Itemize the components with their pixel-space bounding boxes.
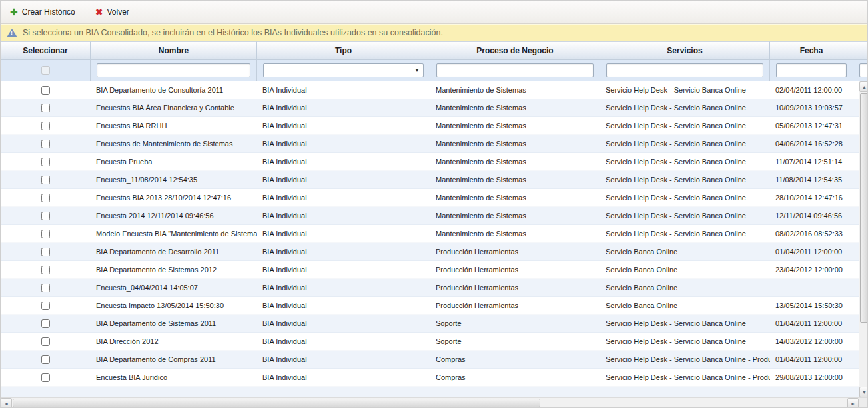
cell-proceso: Mantenimiento de Sistemas	[430, 158, 600, 166]
table-row[interactable]: Encuestas BIA Área Financiera y Contable…	[1, 99, 859, 117]
vertical-scroll-thumb[interactable]	[860, 93, 868, 323]
cell-nombre: BIA Departamento de Sistemas 2012	[91, 266, 257, 274]
table-row[interactable]: BIA Departamento de Consultoría 2011 BIA…	[1, 81, 859, 99]
cell-tipo: BIA Individual	[257, 266, 430, 274]
cell-servicios: Servicio Help Desk - Servicio Banca Onli…	[600, 337, 770, 345]
table-filter-row: ▼	[1, 60, 868, 81]
filter-input-proceso[interactable]	[436, 63, 594, 77]
row-select-cell	[1, 302, 91, 310]
cell-servicios: Servicio Help Desk - Servicio Banca Onli…	[600, 212, 770, 220]
column-header-servicios[interactable]: Servicios	[600, 41, 770, 60]
table-row[interactable]: BIA Departamento de Compras 2011 BIA Ind…	[1, 351, 859, 369]
filter-input-extra[interactable]	[859, 63, 868, 77]
cell-tipo: BIA Individual	[257, 284, 430, 292]
scroll-right-icon[interactable]: ►	[847, 398, 859, 408]
table-row[interactable]: Encuestas de Mantenimiento de Sistemas B…	[1, 135, 859, 153]
cell-fecha: 02/04/2011 12:00:00	[770, 86, 853, 94]
cell-fecha: 01/04/2011 12:00:00	[770, 248, 853, 256]
cell-servicios: Servicio Help Desk - Servicio Banca Onli…	[600, 86, 770, 94]
table-row[interactable]: BIA Dirección 2012 BIA Individual Soport…	[1, 333, 859, 351]
table-row[interactable]: Encuesta_11/08/2014 12:54:35 BIA Individ…	[1, 171, 859, 189]
cell-nombre: Encuesta BIA Juridico	[91, 373, 257, 381]
row-checkbox[interactable]	[41, 230, 50, 238]
row-checkbox[interactable]	[41, 284, 50, 292]
table-row[interactable]: Encuesta Prueba BIA Individual Mantenimi…	[1, 153, 859, 171]
toolbar: ✚ Crear Histórico ✖ Volver	[1, 1, 867, 24]
table-row[interactable]: Encuestas BIA 2013 28/10/2014 12:47:16 B…	[1, 189, 859, 207]
table-row[interactable]: Modelo Encuesta BIA "Mantenimiento de Si…	[1, 225, 859, 243]
row-checkbox[interactable]	[41, 337, 50, 346]
filter-input-nombre[interactable]	[97, 63, 250, 77]
cell-servicios: Servicio Help Desk - Servicio Banca Onli…	[600, 373, 770, 381]
cell-nombre: BIA Departamento de Consultoría 2011	[91, 86, 257, 94]
row-select-cell	[1, 212, 91, 220]
cell-tipo: BIA Individual	[257, 337, 430, 345]
table-header-row: Seleccionar Nombre Tipo Proceso de Negoc…	[1, 41, 868, 60]
cell-tipo: BIA Individual	[257, 176, 430, 184]
table-row[interactable]: Encuestas BIA RRHH BIA Individual Manten…	[1, 117, 859, 135]
volver-button[interactable]: ✖ Volver	[93, 5, 132, 19]
cell-servicios: Servicio Banca Online	[600, 248, 770, 256]
table-row[interactable]: Encuesta BIA Juridico BIA Individual Com…	[1, 369, 859, 387]
filter-input-servicios[interactable]	[606, 63, 763, 77]
row-select-cell	[1, 355, 91, 364]
cell-nombre: Encuesta_11/08/2014 12:54:35	[91, 176, 257, 184]
row-checkbox[interactable]	[41, 158, 50, 166]
row-checkbox[interactable]	[41, 104, 50, 112]
cell-servicios: Servicio Help Desk - Servicio Banca Onli…	[600, 122, 770, 130]
scroll-left-icon[interactable]: ◄	[1, 398, 12, 408]
horizontal-scrollbar[interactable]: ◄ ►	[1, 397, 868, 408]
table-body: BIA Departamento de Consultoría 2011 BIA…	[1, 81, 859, 397]
cell-fecha: 14/03/2012 12:00:00	[770, 337, 853, 345]
table-row[interactable]: BIA Departamento de Sistemas 2011 BIA In…	[1, 315, 859, 333]
filter-cell-seleccionar	[1, 60, 91, 81]
scrollbar-corner	[859, 398, 868, 408]
cell-nombre: Encuestas BIA 2013 28/10/2014 12:47:16	[91, 194, 257, 202]
cell-tipo: BIA Individual	[257, 302, 430, 309]
column-header-nombre[interactable]: Nombre	[91, 41, 257, 60]
create-historico-button[interactable]: ✚ Crear Histórico	[7, 5, 78, 19]
cell-servicios: Servicio Banca Online	[600, 284, 770, 292]
row-checkbox[interactable]	[41, 248, 50, 256]
vertical-scrollbar[interactable]: ▲ ▼	[859, 81, 868, 397]
row-checkbox[interactable]	[41, 122, 50, 130]
row-checkbox[interactable]	[41, 140, 50, 148]
table-row[interactable]: Encuesta Impacto 13/05/2014 15:50:30 BIA…	[1, 297, 859, 315]
scroll-down-icon[interactable]: ▼	[859, 387, 868, 397]
warning-banner: ! Si selecciona un BIA Consolidado, se i…	[1, 24, 867, 41]
filter-input-fecha[interactable]	[776, 63, 847, 77]
row-checkbox[interactable]	[41, 355, 50, 364]
cell-tipo: BIA Individual	[257, 248, 430, 256]
row-checkbox[interactable]	[41, 212, 50, 220]
cell-tipo: BIA Individual	[257, 86, 430, 94]
row-checkbox[interactable]	[41, 302, 50, 310]
column-header-proceso[interactable]: Proceso de Negocio	[430, 41, 600, 60]
table-row[interactable]: Encuesta_04/04/2014 14:05:07 BIA Individ…	[1, 279, 859, 297]
row-checkbox[interactable]	[41, 373, 50, 382]
table-row[interactable]: BIA Departamento de Desarrollo 2011 BIA …	[1, 243, 859, 261]
cell-fecha: 10/09/2013 19:03:57	[770, 104, 853, 112]
cell-nombre: BIA Dirección 2012	[91, 337, 257, 345]
column-header-fecha[interactable]: Fecha	[770, 41, 853, 60]
row-checkbox[interactable]	[41, 176, 50, 184]
select-all-checkbox[interactable]	[41, 66, 50, 75]
row-checkbox[interactable]	[41, 319, 50, 328]
row-checkbox[interactable]	[41, 86, 50, 95]
row-checkbox[interactable]	[41, 194, 50, 202]
column-header-seleccionar[interactable]: Seleccionar	[1, 41, 91, 60]
cell-fecha: 04/06/2014 16:52:28	[770, 140, 853, 148]
horizontal-scroll-thumb[interactable]	[13, 399, 540, 407]
cell-fecha: 01/04/2011 12:00:00	[770, 355, 853, 363]
table-row[interactable]: BIA Departamento de Sistemas 2012 BIA In…	[1, 261, 859, 279]
table-row[interactable]: Encuesta 2014 12/11/2014 09:46:56 BIA In…	[1, 207, 859, 225]
scroll-up-icon[interactable]: ▲	[859, 81, 868, 92]
cell-servicios: Servicio Help Desk - Servicio Banca Onli…	[600, 140, 770, 148]
cell-proceso: Soporte	[430, 319, 600, 327]
row-checkbox[interactable]	[41, 266, 50, 274]
filter-select-tipo[interactable]: ▼	[263, 63, 424, 77]
close-icon: ✖	[95, 7, 103, 17]
row-select-cell	[1, 158, 91, 166]
column-header-tipo[interactable]: Tipo	[257, 41, 430, 60]
cell-tipo: BIA Individual	[257, 319, 430, 327]
cell-nombre: Encuesta_04/04/2014 14:05:07	[91, 284, 257, 292]
